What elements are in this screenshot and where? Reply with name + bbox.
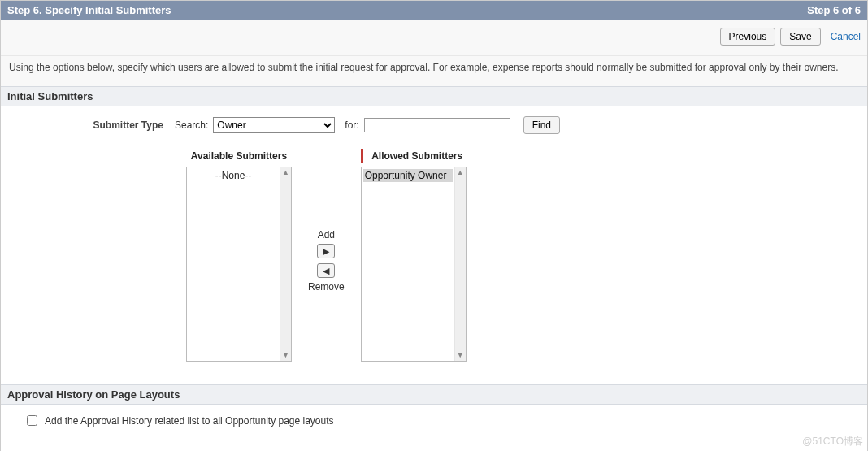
- section-approval-history: Approval History on Page Layouts: [1, 384, 867, 405]
- search-label: Search:: [175, 119, 208, 131]
- allowed-list[interactable]: Opportunity Owner ▲ ▼: [361, 167, 467, 362]
- add-label: Add: [318, 229, 335, 241]
- step-title: Step 6. Specify Initial Submitters: [7, 4, 171, 16]
- add-button[interactable]: ▶: [317, 244, 335, 258]
- save-button[interactable]: Save: [780, 28, 820, 46]
- available-list[interactable]: --None-- ▲ ▼: [186, 167, 292, 362]
- remove-label: Remove: [308, 281, 345, 293]
- for-label: for:: [345, 119, 358, 131]
- dual-listbox: Available Submitters --None-- ▲ ▼ Add ▶: [7, 149, 861, 362]
- list-item[interactable]: --None--: [189, 169, 278, 182]
- for-input[interactable]: [364, 118, 510, 132]
- chevron-right-icon: ▶: [323, 247, 329, 256]
- scroll-up-icon[interactable]: ▲: [282, 169, 289, 176]
- search-row: Submitter Type Search: Owner for: Find: [7, 116, 861, 134]
- add-history-label: Add the Approval History related list to…: [45, 415, 334, 427]
- find-button[interactable]: Find: [523, 116, 560, 134]
- scroll-down-icon[interactable]: ▼: [282, 352, 289, 359]
- submitter-type-select[interactable]: Owner: [213, 117, 335, 133]
- section-initial-submitters: Initial Submitters: [1, 86, 867, 106]
- scroll-down-icon[interactable]: ▼: [457, 352, 464, 359]
- wizard-step-bar: Step 6. Specify Initial Submitters Step …: [1, 1, 867, 20]
- scrollbar[interactable]: ▲ ▼: [280, 167, 291, 361]
- chevron-left-icon: ◀: [323, 267, 329, 275]
- cancel-link[interactable]: Cancel: [831, 31, 861, 42]
- allowed-header: Allowed Submitters: [361, 149, 467, 163]
- list-item[interactable]: Opportunity Owner: [363, 169, 453, 182]
- scroll-up-icon[interactable]: ▲: [457, 169, 464, 176]
- scrollbar[interactable]: ▲ ▼: [454, 167, 466, 361]
- step-progress: Step 6 of 6: [807, 4, 861, 16]
- previous-button[interactable]: Previous: [720, 28, 776, 46]
- remove-button[interactable]: ◀: [317, 263, 335, 278]
- available-header: Available Submitters: [186, 149, 292, 163]
- toolbar: Previous Save Cancel: [1, 20, 867, 56]
- submitter-type-label: Submitter Type: [7, 119, 170, 131]
- intro-text: Using the options below, specify which u…: [1, 56, 867, 86]
- transfer-controls: Add ▶ ◀ Remove: [308, 163, 345, 358]
- add-history-checkbox[interactable]: [27, 415, 37, 426]
